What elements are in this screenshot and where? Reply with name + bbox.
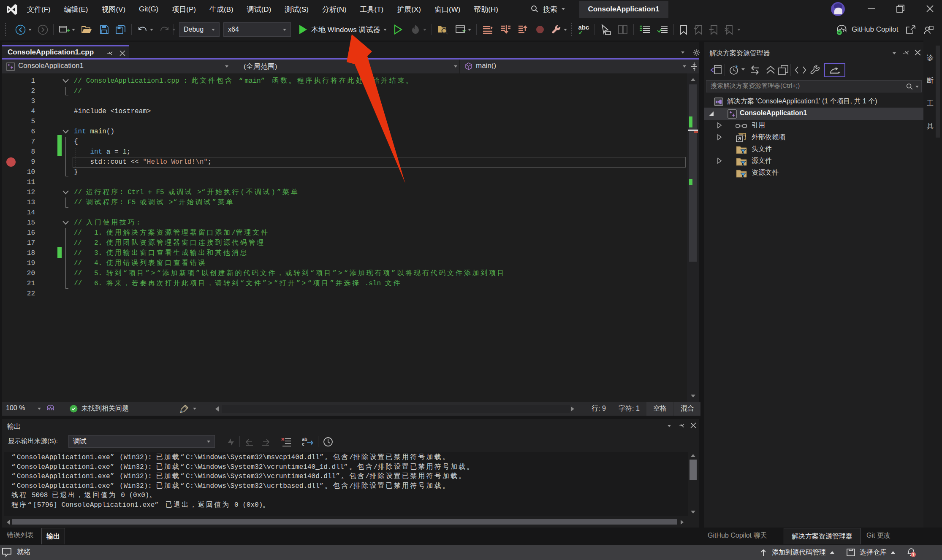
- svg-text:1: 1: [912, 552, 915, 557]
- svg-text:c: c: [302, 441, 304, 446]
